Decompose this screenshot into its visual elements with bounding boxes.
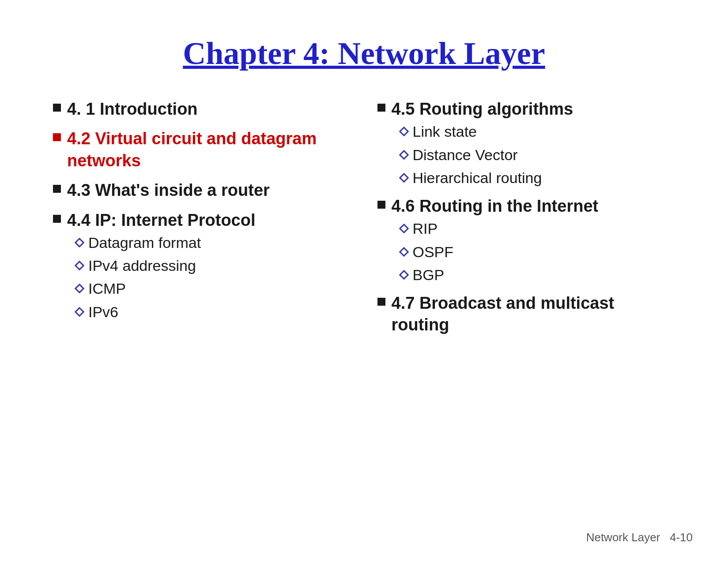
item-label: 4.3 What's inside a router: [67, 180, 270, 201]
bullet-icon: [53, 215, 61, 223]
bullet-icon: [377, 298, 385, 306]
sub-item-label: BGP: [413, 265, 445, 285]
bullet-icon: [53, 104, 61, 112]
list-item: 4.6 Routing in the Internet: [377, 195, 675, 217]
list-item: 4.7 Broadcast and multicast routing: [377, 292, 675, 336]
list-item-group: 4.4 IP: Internet Protocol Datagram forma…: [53, 210, 351, 322]
diamond-bullet-icon: [75, 261, 85, 271]
slide: Chapter 4: Network Layer 4. 1 Introducti…: [0, 0, 728, 562]
list-item: 4.3 What's inside a router: [53, 180, 351, 201]
bullet-icon: [377, 104, 385, 112]
list-item-group: 4.5 Routing algorithms Link state Distan…: [377, 98, 675, 187]
item-label: 4.7 Broadcast and multicast routing: [392, 292, 675, 336]
list-item: 4. 1 Introduction: [53, 98, 351, 120]
diamond-bullet-icon: [399, 150, 409, 160]
list-item-group: 4.6 Routing in the Internet RIP OSPF BGP: [377, 195, 675, 285]
item-label: 4. 1 Introduction: [67, 98, 198, 120]
sub-item-label: Hierarchical routing: [413, 168, 542, 187]
sub-item-label: IPv6: [88, 302, 118, 322]
sub-item-label: Link state: [413, 122, 477, 141]
list-item: Datagram format: [76, 233, 351, 252]
bullet-icon: [53, 133, 61, 141]
bullet-icon: [53, 185, 61, 193]
diamond-bullet-icon: [399, 224, 409, 234]
footer-page: 4-10: [670, 531, 693, 544]
list-item: IPv6: [76, 302, 351, 322]
list-item: 4.4 IP: Internet Protocol: [53, 210, 351, 231]
diamond-bullet-icon: [399, 270, 409, 280]
sub-item-label: Distance Vector: [413, 145, 518, 165]
list-item: BGP: [400, 265, 675, 285]
diamond-bullet-icon: [399, 127, 409, 137]
sub-item-label: OSPF: [413, 242, 454, 262]
content-area: 4. 1 Introduction 4.2 Virtual circuit an…: [35, 98, 693, 544]
bullet-icon: [377, 201, 385, 209]
list-item: Link state: [400, 122, 675, 141]
list-item: Distance Vector: [400, 145, 675, 165]
list-item: ICMP: [76, 279, 351, 298]
list-item: IPv4 addressing: [76, 256, 351, 275]
list-item: 4.5 Routing algorithms: [377, 98, 675, 120]
list-item: RIP: [400, 219, 675, 238]
sub-items: Datagram format IPv4 addressing ICMP IPv…: [76, 233, 351, 322]
sub-item-label: Datagram format: [88, 233, 201, 252]
item-label: 4.6 Routing in the Internet: [392, 195, 599, 217]
sub-item-label: IPv4 addressing: [88, 256, 196, 275]
item-label: 4.5 Routing algorithms: [392, 98, 573, 120]
sub-item-label: RIP: [413, 219, 438, 238]
diamond-bullet-icon: [399, 173, 409, 183]
footer-label: Network Layer: [586, 531, 660, 544]
slide-title: Chapter 4: Network Layer: [35, 35, 693, 72]
sub-item-label: ICMP: [88, 279, 126, 298]
item-label: 4.2 Virtual circuit and datagram network…: [67, 128, 351, 172]
left-column: 4. 1 Introduction 4.2 Virtual circuit an…: [53, 98, 351, 544]
diamond-bullet-icon: [75, 307, 85, 317]
right-column: 4.5 Routing algorithms Link state Distan…: [377, 98, 675, 544]
sub-items: Link state Distance Vector Hierarchical …: [400, 122, 675, 187]
list-item: Hierarchical routing: [400, 168, 675, 187]
diamond-bullet-icon: [75, 238, 85, 248]
sub-items: RIP OSPF BGP: [400, 219, 675, 285]
item-label: 4.4 IP: Internet Protocol: [67, 210, 256, 231]
footer: Network Layer 4-10: [586, 531, 693, 544]
list-item: OSPF: [400, 242, 675, 262]
list-item: 4.2 Virtual circuit and datagram network…: [53, 128, 351, 172]
diamond-bullet-icon: [399, 247, 409, 257]
diamond-bullet-icon: [75, 284, 85, 294]
